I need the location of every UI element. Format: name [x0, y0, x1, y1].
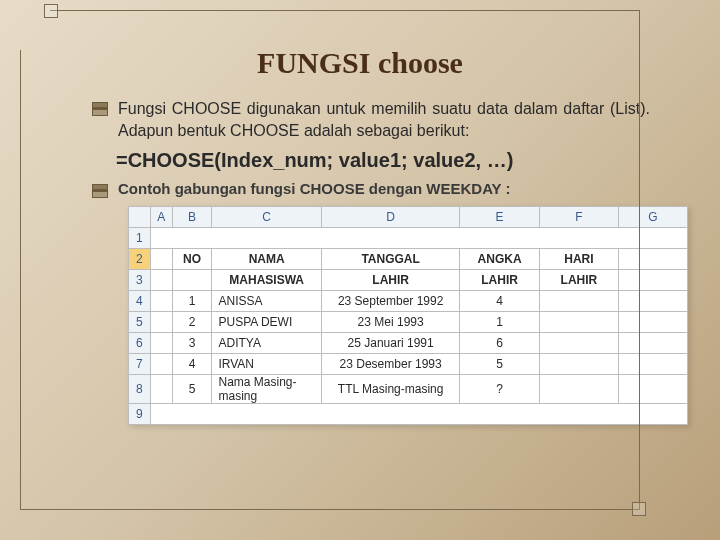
frame-line	[20, 509, 640, 510]
col-header: E	[460, 207, 539, 228]
row-header: 1	[129, 228, 151, 249]
paragraph: Fungsi CHOOSE digunakan untuk memilih su…	[118, 98, 650, 141]
row-header: 7	[129, 354, 151, 375]
table-row: 1	[129, 228, 688, 249]
corner-ornament	[632, 502, 646, 516]
col-header-row: A B C D E F G	[129, 207, 688, 228]
bullet-item: Contoh gabungan fungsi CHOOSE dengan WEE…	[92, 180, 650, 198]
col-header: C	[212, 207, 321, 228]
table-row: 9	[129, 404, 688, 425]
table-row: 4 1 ANISSA 23 September 1992 4	[129, 291, 688, 312]
col-header: A	[150, 207, 172, 228]
bullet-icon	[92, 184, 108, 198]
row-header: 9	[129, 404, 151, 425]
frame-line	[20, 50, 21, 510]
col-header: F	[539, 207, 618, 228]
spreadsheet-example: A B C D E F G 1 2 NO NAMA TANGGAL ANGKA …	[128, 206, 688, 425]
bullet-item: Fungsi CHOOSE digunakan untuk memilih su…	[92, 98, 650, 141]
col-header: D	[321, 207, 459, 228]
sheet-corner	[129, 207, 151, 228]
table-row: 8 5 Nama Masing-masing TTL Masing-masing…	[129, 375, 688, 404]
col-header: G	[619, 207, 688, 228]
table-row: 3 MAHASISWA LAHIR LAHIR LAHIR	[129, 270, 688, 291]
page-title: FUNGSI choose	[40, 46, 680, 80]
row-header: 6	[129, 333, 151, 354]
table-row: 2 NO NAMA TANGGAL ANGKA HARI	[129, 249, 688, 270]
row-header: 2	[129, 249, 151, 270]
row-header: 4	[129, 291, 151, 312]
slide: FUNGSI choose Fungsi CHOOSE digunakan un…	[0, 0, 720, 540]
formula-text: =CHOOSE(Index_num; value1; value2, …)	[116, 149, 650, 172]
table-row: 6 3 ADITYA 25 Januari 1991 6	[129, 333, 688, 354]
corner-ornament	[44, 4, 58, 18]
col-header: B	[172, 207, 212, 228]
bullet-icon	[92, 102, 108, 116]
frame-line	[50, 10, 640, 11]
row-header: 8	[129, 375, 151, 404]
frame-line	[639, 10, 640, 510]
table-row: 7 4 IRVAN 23 Desember 1993 5	[129, 354, 688, 375]
content-area: Fungsi CHOOSE digunakan untuk memilih su…	[40, 98, 680, 425]
subheading: Contoh gabungan fungsi CHOOSE dengan WEE…	[118, 180, 511, 197]
table-row: 5 2 PUSPA DEWI 23 Mei 1993 1	[129, 312, 688, 333]
row-header: 3	[129, 270, 151, 291]
row-header: 5	[129, 312, 151, 333]
